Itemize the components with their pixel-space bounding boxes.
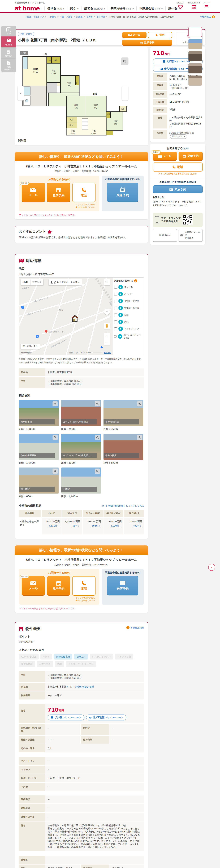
magnifier-icon[interactable] (52, 435, 58, 440)
facility-photo[interactable]: コープさっぽろ小樽南店 (61, 400, 101, 426)
facility-photo[interactable]: 南小樽市場 (19, 400, 59, 426)
facility-photo[interactable]: 小樽市役所 (104, 434, 143, 460)
nav-item[interactable]: 建てる (注文住宅) ▼ (81, 6, 108, 10)
count-link[interactable]: （271件） (43, 524, 60, 527)
breadcrumb-link[interactable]: 南小樽駅 (97, 16, 105, 18)
photo-thumb[interactable] (188, 63, 202, 73)
market-more-link[interactable]: ≫ 小樽市の価格相場をもっと詳しく見る (102, 504, 144, 507)
glossary-link[interactable]: ? 不動産用語集 (126, 626, 144, 629)
legend-checkbox[interactable] (114, 307, 117, 309)
fullscreen-button[interactable]: ⛶ (104, 279, 110, 285)
legend-item[interactable]: ● 小学校・中学校 (114, 299, 142, 303)
legend-item[interactable]: ● スーパー (114, 292, 142, 296)
mail-button[interactable]: メール (22, 576, 45, 596)
tour-reserve-button[interactable]: 見学予約 (179, 152, 203, 161)
help-icon[interactable]: ? (134, 279, 137, 282)
loan-sim-button[interactable]: 借入可能額シミュレーション (86, 715, 126, 720)
photo-thumb[interactable] (188, 39, 202, 49)
reset-position-button[interactable]: 元の位置に戻る (21, 344, 40, 349)
map-type-satellite[interactable]: 航空写真 (31, 279, 43, 285)
photo-thumb[interactable] (188, 51, 202, 61)
tel-button[interactable]: 電話 (153, 162, 203, 172)
count-link[interactable]: （91件） (126, 524, 142, 527)
nav-item[interactable]: 不動産会社 を探す ▼ (137, 6, 165, 10)
magnifier-icon[interactable] (137, 435, 142, 440)
breadcrumb-link[interactable]: 北海道 (76, 16, 83, 18)
facility-photo[interactable]: 小樽駅 (61, 467, 101, 494)
facility-photo[interactable]: 市立小樽図書館 (19, 434, 59, 460)
breadcrumb-link[interactable]: 不動産・住宅トップ (25, 16, 44, 18)
route-to-station-button[interactable]: 駅までのルートを表示 (48, 279, 82, 285)
rail-company-button[interactable]: 掲載 不動産会社 (1, 59, 16, 72)
facility-photo[interactable]: 小樽市立病院 (104, 400, 143, 426)
rail-area-button[interactable]: 周辺情報 (1, 36, 16, 48)
rail-top-button[interactable]: ↑ TOP (1, 26, 16, 36)
legend-item[interactable]: ● 幼稚園・保育園 (114, 306, 142, 310)
payment-sim-button[interactable]: 支払額シミュレーション (48, 715, 84, 720)
market-link[interactable]: 小樽市の価格 相場 (74, 685, 94, 688)
count-link[interactable]: （9件） (64, 524, 80, 527)
gallery-prev-button[interactable]: ‹ (17, 86, 24, 100)
breadcrumb-link[interactable]: 中古一戸建て (60, 16, 72, 18)
info-guide-link[interactable]: 情報の見方! (200, 15, 215, 19)
menu-button[interactable]: メニュー (203, 2, 210, 9)
magnifier-icon[interactable] (137, 401, 142, 406)
photo-thumb[interactable] (188, 75, 202, 86)
zoom-in-button[interactable] (121, 58, 129, 65)
athome-logo[interactable]: at home (15, 5, 40, 11)
visit-reserve-button[interactable]: 来店予約 (107, 576, 138, 595)
gallery-next-button[interactable] (122, 86, 128, 100)
nav-item[interactable]: 借りる (賃貸) ▼ (44, 6, 67, 10)
gallery-main-image[interactable]: 1/38 1階 (17, 50, 130, 136)
tel-button[interactable]: 電話 (148, 32, 172, 38)
update-mail-button[interactable]: 更新時にメールで 受け取る (179, 229, 203, 242)
nav-item[interactable]: 買う ▼ (67, 6, 81, 10)
visit-reserve-button[interactable]: 来店予約 (153, 185, 203, 193)
zoom-control[interactable]: ＋− (104, 333, 110, 345)
print-button[interactable]: 印刷用画面 (153, 229, 177, 242)
tel-button[interactable]: 電話 (72, 183, 96, 202)
tour-reserve-button[interactable]: 見学予約 (47, 183, 70, 202)
favorites-button[interactable]: お気に入り (177, 2, 184, 9)
back-to-top-button[interactable]: ∧ (208, 564, 215, 571)
tel-button[interactable]: 電話 (72, 576, 96, 596)
legend-checkbox[interactable] (114, 328, 117, 330)
pan-control[interactable]: ✛ (104, 309, 110, 315)
tour-reserve-button[interactable]: 見学予約 (122, 39, 172, 46)
magnifier-icon[interactable] (95, 435, 100, 440)
legend-item[interactable]: ● カーシェアステーション (114, 334, 142, 339)
count-link[interactable]: （65件） (84, 524, 101, 527)
nav-item[interactable]: 事業用物件 を探す ▼ (108, 6, 137, 10)
visit-reserve-button[interactable]: 来店予約 (107, 183, 138, 202)
saved-search-button[interactable]: 保存した検索条件 (188, 2, 200, 9)
magnifier-icon[interactable] (52, 469, 58, 474)
google-map[interactable]: 昭和通り 花園グリーンロード 花園グリーンロード 3丁目 函館本線 入船通り 日… (19, 277, 144, 355)
rail-overview-button[interactable]: 物件概要 (1, 48, 16, 59)
legend-item[interactable]: ● ドラッグストア (114, 327, 142, 331)
breadcrumb-link[interactable]: 一戸建て (48, 16, 56, 18)
legend-checkbox[interactable] (114, 300, 117, 302)
legend-checkbox[interactable] (114, 320, 117, 323)
see-map-button[interactable]: 地図で見る ＞ (170, 134, 187, 139)
magnifier-icon[interactable] (95, 401, 100, 406)
legend-item[interactable]: ● 病院 (114, 319, 142, 324)
magnifier-icon[interactable] (95, 469, 100, 474)
terms-link[interactable]: 利用規約 (104, 351, 111, 354)
photo-thumb-floorplan[interactable] (188, 27, 202, 37)
breadcrumb-link[interactable]: 小樽市 (86, 16, 93, 18)
count-link[interactable]: （106件） (105, 524, 122, 527)
legend-checkbox[interactable] (114, 335, 116, 338)
mail-button[interactable]: メール (22, 183, 45, 202)
legend-item[interactable]: ● 公園 (114, 313, 142, 317)
facility-photo[interactable]: セブンイレブン小樽入船1... (61, 434, 101, 460)
facility-photo[interactable]: 南小樽駅 (19, 467, 59, 494)
pegman-control[interactable] (104, 323, 110, 329)
map-type-map[interactable]: 地図 (21, 279, 31, 285)
magnifier-icon[interactable] (52, 401, 58, 406)
mail-button[interactable]: メール (122, 32, 146, 38)
legend-checkbox[interactable] (114, 293, 117, 296)
legend-checkbox[interactable] (114, 313, 117, 316)
legend-checkbox[interactable] (114, 286, 117, 288)
legend-item[interactable]: ● コンビニ (114, 285, 142, 289)
tour-reserve-button[interactable]: 見学予約 (47, 576, 70, 596)
